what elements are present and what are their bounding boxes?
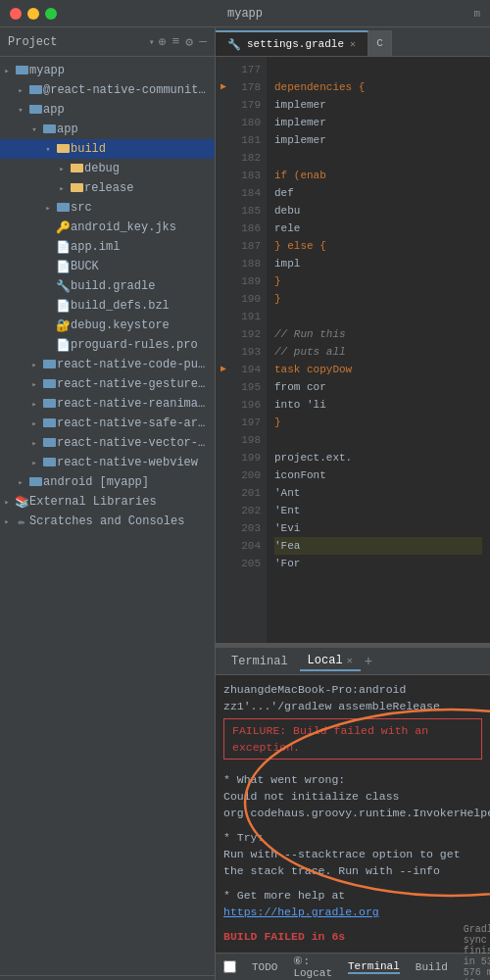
- tree-arrow-scratches[interactable]: ▸: [0, 516, 14, 527]
- sidebar-item-proguard[interactable]: 📄proguard-rules.pro: [0, 335, 215, 355]
- sidebar-item-app-sub[interactable]: ▾app: [0, 120, 215, 139]
- line-number: 194: [231, 361, 261, 378]
- sidebar-item-react-native-community[interactable]: ▸@react-native-community_masked-view: [0, 80, 215, 100]
- tab-settings-gradle[interactable]: 🔧settings.gradle✕: [216, 30, 368, 56]
- tree-arrow-safe-area[interactable]: ▸: [27, 418, 41, 429]
- code-line: implemer: [274, 131, 482, 149]
- tree-label-webview: react-native-webview: [57, 456, 198, 469]
- svg-rect-3: [29, 85, 35, 87]
- sidebar-item-src[interactable]: ▸src: [0, 198, 215, 218]
- tree-arrow-gesture-handler[interactable]: ▸: [27, 379, 41, 390]
- tree-arrow-react-native-community[interactable]: ▸: [14, 85, 27, 96]
- sidebar-item-safe-area[interactable]: ▸react-native-safe-area-context: [0, 414, 215, 433]
- sidebar-dropdown-icon[interactable]: ▾: [149, 36, 155, 48]
- sidebar-item-release[interactable]: ▸release: [0, 178, 215, 198]
- code-line: // Run this: [274, 325, 482, 343]
- tree-arrow-myapp[interactable]: ▸: [0, 66, 14, 76]
- code-content[interactable]: dependencies { implemer implemer impleme…: [267, 57, 490, 643]
- tree-arrow-webview[interactable]: ▸: [27, 458, 41, 468]
- sidebar-icon-minimize[interactable]: —: [199, 34, 207, 50]
- bottom-item-terminal[interactable]: Terminal: [348, 960, 400, 974]
- sidebar-item-webview[interactable]: ▸react-native-webview: [0, 453, 215, 472]
- terminal-tab-terminal[interactable]: Terminal: [223, 653, 296, 670]
- line-number: 180: [231, 114, 261, 131]
- folder-icon-webview: [41, 456, 57, 470]
- terminal-link[interactable]: https://help.gradle.org: [223, 904, 482, 920]
- close-button[interactable]: [10, 8, 22, 20]
- line-numbers: 1771781791801811821831841851861871881891…: [231, 57, 267, 643]
- folder-icon-debug: [69, 162, 84, 176]
- arrow-gutter-line: [216, 220, 231, 237]
- sidebar-icon-list[interactable]: ≡: [172, 34, 180, 50]
- terminal-add-button[interactable]: +: [365, 654, 372, 669]
- minimize-button[interactable]: [27, 8, 39, 20]
- terminal-content[interactable]: zhuangdeMacBook-Pro:android zz1'...'/gra…: [216, 675, 490, 953]
- sidebar-item-debug-keystore[interactable]: 🔐debug.keystore: [0, 316, 215, 335]
- tree-arrow-reanimated[interactable]: ▸: [27, 399, 41, 410]
- tree-label-debug: debug: [84, 162, 120, 175]
- sidebar-item-build[interactable]: ▾build: [0, 139, 215, 159]
- editor-area: 🔧settings.gradle✕C ▶▶ 177178179180181182…: [216, 27, 490, 980]
- code-line: // puts all: [274, 343, 482, 361]
- tree-arrow-src[interactable]: ▸: [41, 203, 55, 214]
- code-line: 'For: [274, 555, 482, 572]
- arrow-gutter-line: [216, 325, 231, 343]
- sidebar-item-reanimated[interactable]: ▸react-native-reanimated: [0, 394, 215, 414]
- tree-arrow-app[interactable]: ▾: [14, 105, 27, 116]
- arrow-gutter-line: [216, 202, 231, 220]
- sidebar-item-app-iml[interactable]: 📄app.iml: [0, 237, 215, 257]
- tree-arrow-app-sub[interactable]: ▾: [27, 124, 41, 135]
- sidebar-icon-settings[interactable]: ⚙: [185, 34, 193, 50]
- sidebar-item-gesture-handler[interactable]: ▸react-native-gesture-handler: [0, 374, 215, 394]
- folder-icon-app-sub: [41, 122, 57, 137]
- tree-arrow-build[interactable]: ▾: [41, 144, 55, 155]
- terminal-tab-close[interactable]: ✕: [347, 655, 353, 666]
- tree-arrow-code-push[interactable]: ▸: [27, 360, 41, 370]
- sidebar-item-app[interactable]: ▾app: [0, 100, 215, 120]
- bottom-item-todo[interactable]: TODO: [252, 961, 277, 973]
- code-line: project.ext.: [274, 449, 482, 466]
- tree-label-release: release: [84, 181, 133, 195]
- sidebar-icon-layout[interactable]: ⊕: [159, 34, 167, 50]
- bottom-item----logcat[interactable]: ⑥: Logcat: [293, 955, 332, 979]
- tab-extra-button[interactable]: C: [368, 30, 392, 56]
- folder-icon-release: [69, 181, 84, 196]
- tree-arrow-release[interactable]: ▸: [55, 183, 69, 194]
- terminal-tab-local[interactable]: Local✕: [300, 652, 361, 671]
- tree-arrow-android[interactable]: ▸: [14, 477, 27, 488]
- tree-arrow-external-libs[interactable]: ▸: [0, 497, 14, 508]
- tab-close-button[interactable]: ✕: [350, 38, 356, 50]
- sidebar-item-build-gradle[interactable]: 🔧build.gradle: [0, 276, 215, 296]
- svg-rect-27: [43, 458, 49, 460]
- sidebar-item-android_key[interactable]: 🔑android_key.jks: [0, 218, 215, 237]
- folder-icon-BUCK: 📄: [55, 260, 71, 274]
- tree-label-reanimated: react-native-reanimated: [57, 397, 211, 411]
- code-line: implemer: [274, 114, 482, 131]
- svg-rect-9: [57, 144, 63, 146]
- bottom-item-build[interactable]: Build: [416, 961, 448, 973]
- line-number: 201: [231, 484, 261, 502]
- traffic-lights: [10, 8, 57, 20]
- sidebar-item-debug[interactable]: ▸debug: [0, 159, 215, 178]
- sidebar-item-build-defs[interactable]: 📄build_defs.bzl: [0, 296, 215, 316]
- line-number: 181: [231, 131, 261, 149]
- tree-arrow-debug[interactable]: ▸: [55, 164, 69, 174]
- sidebar-item-code-push[interactable]: ▸react-native-code-push: [0, 355, 215, 374]
- maximize-button[interactable]: [45, 8, 57, 20]
- sidebar-item-external-libs[interactable]: ▸📚External Libraries: [0, 492, 215, 512]
- sidebar-item-BUCK[interactable]: 📄BUCK: [0, 257, 215, 276]
- code-line: 'Fea: [274, 537, 482, 555]
- sidebar-item-myapp[interactable]: ▸myapp: [0, 61, 215, 80]
- folder-icon-code-push: [41, 358, 57, 372]
- sidebar-item-vector-icons[interactable]: ▸react-native-vector-icons: [0, 433, 215, 453]
- sidebar-item-android[interactable]: ▸android [myapp]: [0, 472, 215, 492]
- bottom-checkbox[interactable]: [223, 960, 236, 973]
- tree-arrow-vector-icons[interactable]: ▸: [27, 438, 41, 449]
- tree-label-vector-icons: react-native-vector-icons: [57, 436, 211, 450]
- terminal-section: * What went wrong:: [223, 771, 482, 788]
- arrow-gutter-line: [216, 466, 231, 484]
- sidebar-item-scratches[interactable]: ▸✏Scratches and Consoles: [0, 512, 215, 531]
- line-number: 186: [231, 220, 261, 237]
- code-line: [274, 149, 482, 167]
- terminal-tab-bar: TerminalLocal✕+: [216, 648, 490, 675]
